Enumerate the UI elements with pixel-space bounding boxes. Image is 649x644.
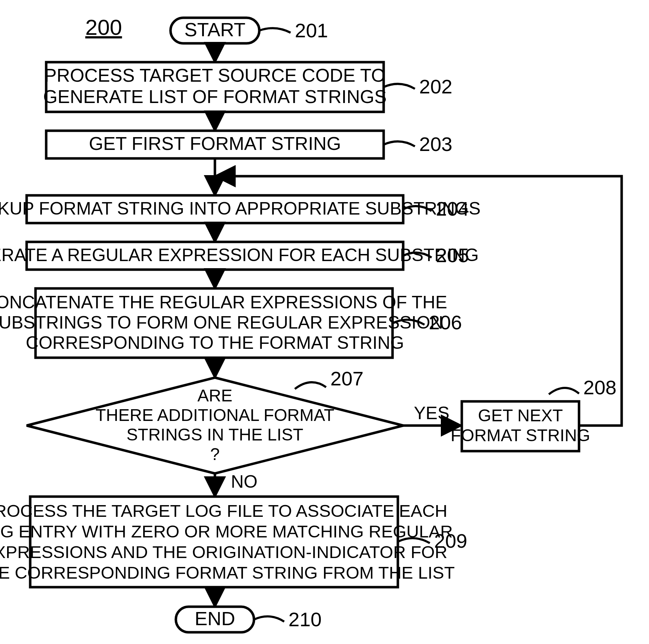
step-203: GET FIRST FORMAT STRING 203 xyxy=(46,131,452,158)
step-206: CONCATENATE THE REGULAR EXPRESSIONS OF T… xyxy=(0,288,462,358)
start-label: START xyxy=(184,19,245,40)
step-204: BREAKUP FORMAT STRING INTO APPROPRIATE S… xyxy=(0,195,481,223)
step-205-ref: 205 xyxy=(436,244,469,266)
decision-yes-label: YES xyxy=(414,403,449,423)
decision-207-line4: ? xyxy=(210,445,220,464)
start-ref: 201 xyxy=(295,19,328,42)
step-209-line3: EXPRESSIONS AND THE ORIGINATION-INDICATO… xyxy=(0,542,447,562)
step-203-line1: GET FIRST FORMAT STRING xyxy=(89,133,341,154)
end-ref: 210 xyxy=(288,608,321,631)
step-208-ref: 208 xyxy=(583,376,616,399)
step-209-line2: LOG ENTRY WITH ZERO OR MORE MATCHING REG… xyxy=(0,522,453,541)
step-208-line1: GET NEXT xyxy=(478,406,563,425)
step-202: PROCESS TARGET SOURCE CODE TO GENERATE L… xyxy=(43,62,453,112)
step-206-line2: SUBSTRINGS TO FORM ONE REGULAR EXPRESSIO… xyxy=(0,313,443,332)
decision-207: ARE THERE ADDITIONAL FORMAT STRINGS IN T… xyxy=(27,367,403,473)
step-204-line1: BREAKUP FORMAT STRING INTO APPROPRIATE S… xyxy=(0,199,481,218)
step-206-ref: 206 xyxy=(429,311,462,334)
step-204-ref: 204 xyxy=(436,197,469,220)
step-203-ref: 203 xyxy=(419,133,452,155)
step-208-line2: FORMAT STRING xyxy=(451,426,590,445)
start-node: START 201 xyxy=(171,18,328,43)
decision-207-line2: THERE ADDITIONAL FORMAT xyxy=(96,406,334,424)
step-208: GET NEXT FORMAT STRING 208 xyxy=(451,376,617,451)
step-209: PROCESS THE TARGET LOG FILE TO ASSOCIATE… xyxy=(0,497,467,587)
step-202-line2: GENERATE LIST OF FORMAT STRINGS xyxy=(43,86,387,107)
decision-207-ref: 207 xyxy=(330,367,363,390)
decision-no-label: NO xyxy=(231,472,258,492)
figure-number: 200 xyxy=(85,15,122,39)
step-202-line1: PROCESS TARGET SOURCE CODE TO xyxy=(44,65,385,86)
end-label: END xyxy=(195,608,235,629)
step-206-line1: CONCATENATE THE REGULAR EXPRESSIONS OF T… xyxy=(0,292,447,312)
decision-207-line3: STRINGS IN THE LIST xyxy=(126,425,303,444)
step-209-ref: 209 xyxy=(434,530,467,552)
step-205: GENERATE A REGULAR EXPRESSION FOR EACH S… xyxy=(0,242,479,270)
step-202-ref: 202 xyxy=(419,75,452,98)
decision-207-line1: ARE xyxy=(198,386,233,405)
step-209-line1: PROCESS THE TARGET LOG FILE TO ASSOCIATE… xyxy=(0,501,447,520)
end-node: END 210 xyxy=(176,607,321,632)
step-209-line4: THE CORRESPONDING FORMAT STRING FROM THE… xyxy=(0,563,455,582)
step-206-line3: CORRESPONDING TO THE FORMAT STRING xyxy=(26,333,404,353)
flowchart-diagram: 200 START 201 PROCESS TARGET SOURCE CODE… xyxy=(0,0,649,644)
